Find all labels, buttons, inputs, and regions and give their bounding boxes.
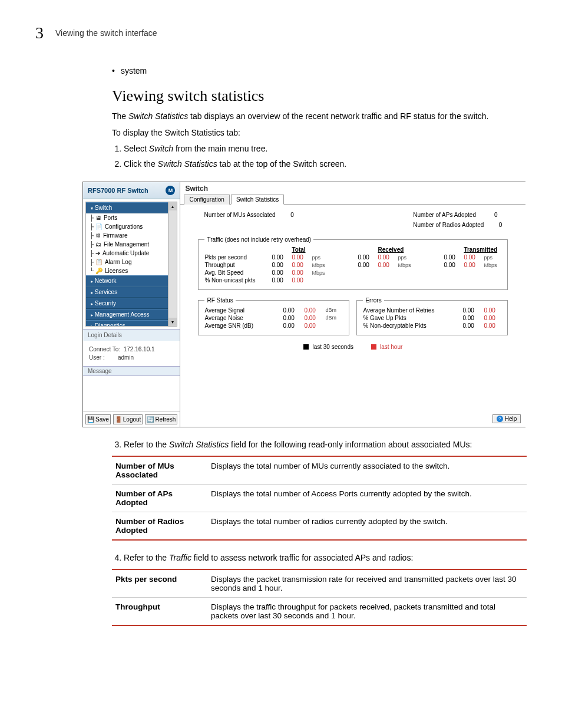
nav-section-security[interactable]: ▸ Security (86, 298, 177, 309)
rf-legend: RF Status (204, 297, 235, 304)
intro-paragraph: The Switch Statistics tab displays an ov… (112, 111, 527, 123)
summary-row: Number of MUs Associated 0 Number of APs… (198, 212, 508, 228)
login-details-header: Login Details (83, 329, 180, 341)
nav-item-licenses[interactable]: └ 🔑 Licenses (86, 266, 177, 275)
nav-section-diagnostics[interactable]: ▸ Diagnostics (86, 320, 177, 327)
step-2: Click the Switch Statistics tab at the t… (124, 159, 527, 170)
square-red-icon (371, 344, 376, 350)
errors-legend: Errors (363, 297, 384, 304)
tab-configuration[interactable]: Configuration (184, 195, 229, 205)
help-icon: ? (497, 416, 503, 422)
nav-item-configurations[interactable]: ├ 📄 Configurations (86, 222, 177, 231)
app-screenshot: RFS7000 RF Switch M ▾ Switch ├ 🖥 Ports ├… (82, 182, 525, 427)
time-legend: last 30 seconds last hour (198, 344, 508, 350)
chapter-number: 3 (35, 24, 44, 42)
login-details-body: Connect To: 172.16.10.1 User : admin (83, 341, 180, 366)
message-body (83, 376, 180, 411)
errors-fieldset: Errors Average Number of Retries0.000.00… (356, 297, 508, 335)
row-non-unicast: % Non-unicast pkts (204, 277, 269, 284)
col-received: Received (378, 246, 395, 253)
nav-scrollbar[interactable]: ▴▾ (168, 202, 177, 326)
step-1: Select Switch from the main menu tree. (124, 143, 527, 155)
steps-list: Select Switch from the main menu tree. C… (112, 143, 527, 170)
col-total: Total (292, 246, 309, 253)
tab-switch-statistics[interactable]: Switch Statistics (231, 195, 284, 205)
help-button[interactable]: ?Help (492, 414, 521, 423)
nav-section-services[interactable]: ▸ Services (86, 286, 177, 298)
table-row: Pkts per secondDisplays the packet trans… (112, 569, 527, 598)
nav-item-alarm-log[interactable]: ├ 📋 Alarm Log (86, 258, 177, 266)
nav-item-ports[interactable]: ├ 🖥 Ports (86, 213, 177, 222)
table-row: ThroughputDisplays the traffic throughpu… (112, 597, 527, 625)
chapter-title: Viewing the switch interface (55, 28, 157, 38)
message-header: Message (83, 366, 180, 376)
nav-section-switch[interactable]: ▾ Switch (86, 202, 177, 213)
aps-label: Number of APs Adopted (413, 212, 476, 218)
refresh-button[interactable]: 🔄 Refresh (145, 414, 177, 424)
table-row: Number of APs AdoptedDisplays the total … (112, 484, 527, 512)
col-transmitted: Transmitted (464, 246, 481, 253)
table-traffic: Pkts per secondDisplays the packet trans… (112, 569, 527, 626)
step-4: Refer to the Traffic field to assess net… (124, 552, 527, 564)
product-title-bar: RFS7000 RF Switch M (83, 182, 180, 199)
steps-list-cont: Refer to the Switch Statistics field for… (112, 439, 527, 451)
section-heading: Viewing switch statistics (112, 87, 527, 105)
main-panel: Switch Configuration Switch Statistics N… (180, 182, 525, 427)
traffic-fieldset: Traffic (does not include retry overhead… (198, 236, 508, 290)
nav-item-automatic-update[interactable]: ├ ➔ Automatic Update (86, 249, 177, 258)
logout-button[interactable]: 🚪 Logout (113, 414, 143, 424)
bullet-text: system (121, 66, 147, 75)
bullet-item: •system (112, 66, 527, 75)
steps-list-cont2: Refer to the Traffic field to assess net… (112, 552, 527, 564)
nav-section-management-access[interactable]: ▸ Management Access (86, 309, 177, 320)
traffic-legend: Traffic (does not include retry overhead… (204, 236, 313, 243)
product-name: RFS7000 RF Switch (88, 187, 148, 194)
aps-value: 0 (494, 212, 498, 218)
sidebar: RFS7000 RF Switch M ▾ Switch ├ 🖥 Ports ├… (83, 182, 180, 427)
mus-value: 0 (290, 212, 294, 218)
row-avg-bit-speed: Avg. Bit Speed (204, 269, 269, 276)
lead-text: To display the Switch Statistics tab: (112, 127, 527, 139)
square-black-icon (303, 344, 309, 350)
radios-label: Number of Radios Adopted (413, 222, 484, 228)
page-header: 3 Viewing the switch interface (35, 24, 527, 42)
radios-value: 0 (499, 222, 503, 228)
table-row: Number of MUs AssociatedDisplays the tot… (112, 456, 527, 485)
table-row: Number of Radios AdoptedDisplays the tot… (112, 512, 527, 540)
rf-status-fieldset: RF Status Average Signal0.000.00dBm Aver… (198, 297, 349, 335)
save-button[interactable]: 💾 Save (85, 414, 111, 424)
row-pps: Pkts per second (204, 254, 269, 261)
row-throughput: Throughput (204, 262, 269, 268)
table-switch-statistics: Number of MUs AssociatedDisplays the tot… (112, 456, 527, 541)
tabs: Configuration Switch Statistics (180, 194, 525, 205)
nav-item-file-management[interactable]: ├ 🗂 File Management (86, 240, 177, 249)
nav-section-network[interactable]: ▸ Network (86, 275, 177, 286)
step-3: Refer to the Switch Statistics field for… (124, 439, 527, 451)
nav-tree[interactable]: ▾ Switch ├ 🖥 Ports ├ 📄 Configurations ├ … (85, 202, 177, 327)
panel-title: Switch (180, 182, 525, 193)
mus-label: Number of MUs Associated (204, 212, 275, 218)
nav-item-firmware[interactable]: ├ ⚙ Firmware (86, 231, 177, 240)
brand-logo-icon: M (166, 186, 175, 195)
